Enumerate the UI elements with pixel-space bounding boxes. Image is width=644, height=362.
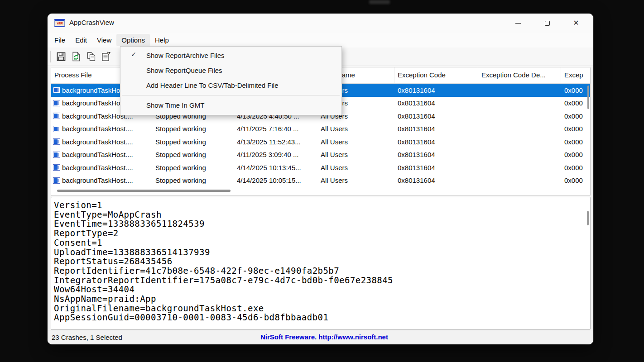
process-icon [53, 138, 60, 145]
menu-item-label: Add Header Line To CSV/Tab-Delimited Fil… [146, 81, 279, 89]
close-button[interactable]: ✕ [562, 14, 591, 33]
save-icon [56, 51, 67, 62]
toolbar-separator [50, 51, 51, 62]
crash-report-text: Version=1 EventType=MoAppCrash EventTime… [51, 197, 590, 322]
menu-options[interactable]: Options [116, 34, 150, 46]
close-icon: ✕ [573, 19, 579, 27]
refresh-button[interactable] [68, 50, 83, 63]
menu-item-label: Show Time In GMT [146, 101, 204, 109]
crash-count-status: 23 Crashes, 1 Selected [52, 333, 122, 341]
menu-item-show-time-in-gmt[interactable]: Show Time In GMT [120, 98, 341, 113]
save-button[interactable] [53, 50, 68, 63]
menu-item-show-reportarchive-files[interactable]: ✓ Show ReportArchive Files [120, 48, 341, 63]
appcrashview-window: WER AppCrashView ✕ File Edit View Option… [48, 14, 593, 344]
desktop-background: WER AppCrashView ✕ File Edit View Option… [0, 0, 644, 362]
process-icon [53, 152, 60, 158]
process-icon [53, 177, 60, 184]
menu-help[interactable]: Help [150, 34, 174, 46]
maximize-button[interactable] [533, 14, 562, 33]
title-bar[interactable]: WER AppCrashView ✕ [48, 14, 593, 33]
options-dropdown-menu: ✓ Show ReportArchive Files Show ReportQu… [120, 46, 342, 115]
column-header-exception-code[interactable]: Exception Code [394, 67, 478, 83]
menu-bar: File Edit View Options Help [48, 33, 593, 48]
window-controls: ✕ [504, 14, 591, 33]
properties-button[interactable] [98, 50, 113, 63]
status-bar: 23 Crashes, 1 Selected NirSoft Freeware.… [48, 330, 593, 344]
minimize-button[interactable] [504, 14, 533, 33]
process-icon [53, 164, 60, 171]
nirsoft-link[interactable]: NirSoft Freeware. http://www.nirsoft.net [260, 333, 388, 341]
refresh-icon [71, 51, 82, 62]
properties-icon [101, 51, 111, 62]
window-title: AppCrashView [69, 19, 114, 26]
details-vertical-scrollbar[interactable] [587, 211, 589, 225]
menu-item-label: Show ReportArchive Files [146, 52, 225, 59]
table-row[interactable]: backgroundTaskHost.... Stopped working 4… [51, 148, 590, 162]
menu-item-add-header-line[interactable]: Add Header Line To CSV/Tab-Delimited Fil… [120, 78, 341, 93]
copy-icon [86, 51, 96, 62]
process-icon [53, 100, 60, 106]
table-row[interactable]: backgroundTaskHost.... Stopped working 4… [51, 135, 590, 148]
checkmark-icon: ✓ [129, 51, 139, 58]
app-icon-text: WER [57, 22, 62, 25]
menu-view[interactable]: View [92, 34, 116, 46]
menu-file[interactable]: File [49, 34, 70, 46]
process-icon [53, 113, 60, 119]
table-row[interactable]: backgroundTaskHost.... Stopped working 4… [51, 123, 590, 136]
menu-edit[interactable]: Edit [70, 34, 92, 46]
menu-item-label: Show ReportQueue Files [146, 67, 222, 74]
maximize-icon [545, 21, 550, 26]
table-vertical-scrollbar[interactable] [587, 86, 589, 109]
app-icon: WER [54, 19, 65, 27]
column-label: Process File [54, 71, 92, 79]
menu-item-show-reportqueue-files[interactable]: Show ReportQueue Files [120, 63, 341, 78]
copy-button[interactable] [83, 50, 98, 63]
column-header-exception-code-desc[interactable]: Exception Code De... [478, 67, 561, 83]
column-header-exception-offset[interactable]: Excep [561, 67, 591, 83]
minimize-icon [515, 23, 521, 24]
crash-details-pane: Version=1 EventType=MoAppCrash EventTime… [51, 197, 591, 330]
table-row[interactable]: backgroundTaskHost.... Stopped working 4… [51, 161, 590, 174]
menu-separator [122, 95, 340, 95]
table-horizontal-scrollbar[interactable] [57, 190, 231, 192]
process-icon [53, 87, 60, 93]
process-icon [53, 126, 60, 132]
screen-edge-artifact [369, 0, 390, 4]
table-row[interactable]: backgroundTaskHost.... Stopped working 4… [51, 174, 590, 187]
